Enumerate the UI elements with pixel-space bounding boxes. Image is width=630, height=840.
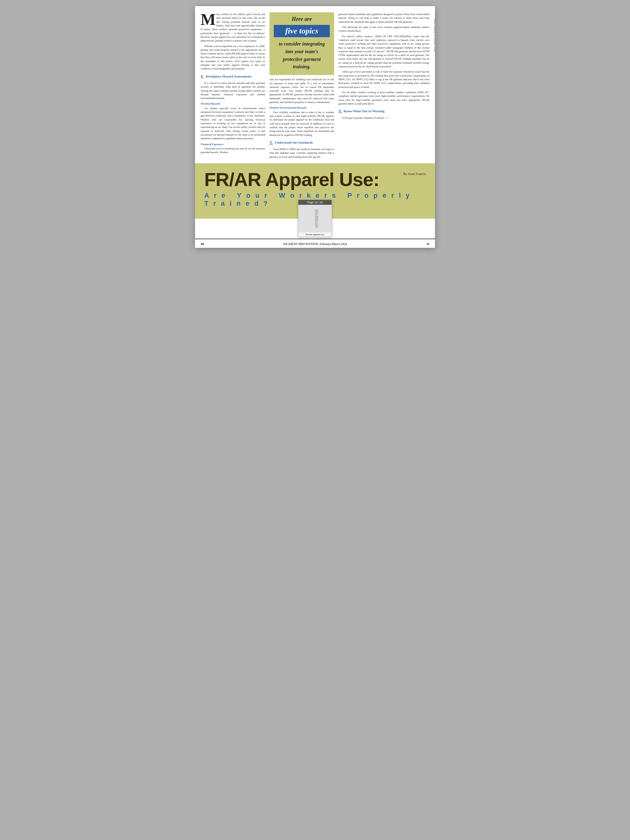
main-content: Many workers in the utilities space brav…	[195, 6, 435, 163]
drop-cap: M	[201, 14, 216, 25]
right-column: garment-related standards and regulation…	[339, 12, 429, 160]
footer-right-num: 40	[426, 241, 429, 246]
thumbnail-popup[interactable]: Page 16 / 40 FR/AR Apparel Use	[298, 199, 332, 237]
footer-publication: INCIDENT PREVENTION | February-March 202…	[283, 241, 347, 246]
five-topics-banner: five topics	[274, 25, 330, 37]
highlight-sub-text: to consider integrating into your team's…	[274, 40, 330, 71]
page-container: Photo: Westex, A Milliken Brand Many wor…	[195, 6, 435, 248]
section3-heading: 3. Know What You're Wearing	[339, 108, 429, 115]
section2-heading: 2. Understand the Standards	[269, 139, 334, 146]
mini-page-preview	[313, 209, 317, 228]
right-article-text: garment-related standards and regulation…	[339, 12, 429, 120]
left-column: Many workers in the utilities space brav…	[201, 12, 265, 160]
chemical-heading: Chemical Exposures	[201, 142, 265, 146]
highlight-box: Here are five topics to consider integra…	[269, 12, 334, 75]
bottom-banner: FR/AR Apparel Use: By Scott Francis A r …	[195, 163, 435, 219]
thermal-heading: Thermal Hazards	[201, 102, 265, 106]
left-article-text: Many workers in the utilities space brav…	[201, 12, 265, 154]
here-are-text: Here are	[274, 16, 330, 22]
page-indicator: Page 16 / 40	[298, 200, 332, 205]
by-line: By Scott Francis	[403, 172, 426, 175]
footer: 16 INCIDENT PREVENTION | February-March …	[195, 238, 435, 248]
thumb-caption: FR/AR Apparel Use:	[298, 232, 332, 237]
center-column: Here are five topics to consider integra…	[269, 12, 334, 160]
section1-heading: 1. Workplace Hazard Assessments	[201, 73, 265, 80]
side-label: Photo: Westex, A Milliken Brand	[433, 19, 435, 52]
center-article-text: who are responsible for handling such ch…	[269, 77, 334, 159]
main-title: FR/AR Apparel Use:	[204, 170, 426, 189]
footer-page-num: 16	[201, 241, 204, 246]
outdoor-heading: Outdoor Environmental Hazards	[269, 106, 334, 109]
thumbnail-image	[298, 205, 332, 232]
